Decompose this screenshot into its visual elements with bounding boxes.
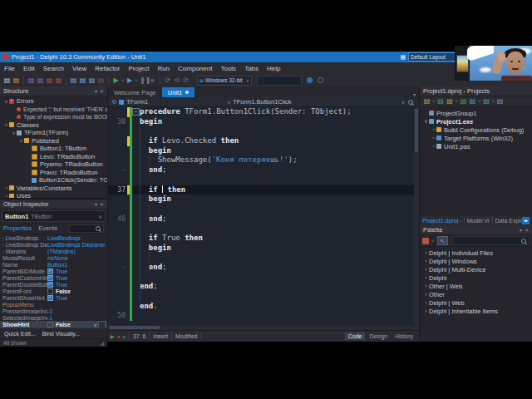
code-line[interactable]: if True then: [108, 234, 419, 244]
code-line[interactable]: if Levo.Checked then: [108, 136, 419, 146]
menu-refactor[interactable]: Refactor: [91, 65, 124, 72]
project-item[interactable]: >Target Platforms (Win32): [420, 134, 532, 142]
palette-category[interactable]: >Delphi | Individual Files: [420, 249, 532, 257]
toolbar-close-all-icon[interactable]: ▤: [55, 77, 62, 84]
property-row[interactable]: PopupMenu: [0, 301, 107, 308]
close-icon[interactable]: ✕: [525, 227, 529, 233]
structure-item[interactable]: ∨Classes: [0, 121, 107, 130]
menu-edit[interactable]: Edit: [19, 65, 39, 72]
checkbox-icon[interactable]: [47, 275, 53, 281]
code-line[interactable]: 50: [108, 311, 419, 321]
menu-component[interactable]: Component: [174, 65, 216, 72]
expand-chevron-icon[interactable]: ∨: [18, 138, 24, 143]
palette-category[interactable]: >Delphi | Windows: [420, 257, 532, 265]
dropdown-chevron-icon[interactable]: ˅: [121, 78, 125, 83]
code-line[interactable]: begin: [108, 195, 419, 204]
toolbar-run-without-debugging-icon[interactable]: ▶: [126, 77, 134, 84]
quick-edit-link[interactable]: Quick Edit...: [4, 331, 36, 337]
code-line[interactable]: [108, 224, 419, 234]
editor-tab-unit1[interactable]: Unit1: [162, 87, 195, 97]
property-row[interactable]: ParentBiDiModeTrue: [0, 268, 107, 274]
toolbar-save-all-icon[interactable]: ▤: [37, 77, 44, 84]
dock-tab-3[interactable]: Data Explorer: [495, 218, 522, 224]
code-line[interactable]: 30begin: [108, 117, 419, 127]
code-line[interactable]: ShowMessage('Коня потеряешь!');: [108, 155, 419, 165]
property-row[interactable]: ParentFontFalse: [0, 288, 107, 294]
dropdown-chevron-icon[interactable]: ˅: [135, 78, 139, 83]
expand-chevron-icon[interactable]: >: [423, 283, 429, 288]
toolbar-run-icon[interactable]: ▶: [112, 77, 120, 84]
toolbar-new-item-icon[interactable]: ▤: [3, 77, 11, 84]
structure-item[interactable]: ∨TForm1(TForm): [0, 129, 107, 137]
projects-activate-icon[interactable]: ▤: [423, 98, 431, 105]
toolbar-remove-from-project-icon[interactable]: ▤: [97, 77, 105, 84]
expand-chevron-icon[interactable]: >: [3, 185, 9, 190]
dock-tab-1[interactable]: Project1.dproj - Pr...: [422, 218, 461, 224]
dropdown-chevron-icon[interactable]: ˅: [456, 99, 459, 104]
property-row[interactable]: NameButton1: [0, 261, 107, 268]
dock-tab-2[interactable]: Model View: [467, 218, 490, 224]
expand-chevron-icon[interactable]: >: [423, 275, 429, 280]
palette-category[interactable]: >Delphi: [420, 273, 532, 282]
property-row[interactable]: PressedImageIndex-1: [0, 308, 107, 314]
menu-view[interactable]: View: [68, 65, 91, 72]
toolbar-run-until-return-icon[interactable]: ⟳: [182, 77, 190, 84]
search-icon[interactable]: [408, 100, 413, 105]
view-tab-code[interactable]: Code: [345, 332, 366, 340]
fold-collapse-icon[interactable]: −: [132, 108, 140, 116]
property-row[interactable]: ShowHintFalse∨: [0, 321, 107, 328]
dropdown-chevron-icon[interactable]: ˅: [478, 99, 481, 104]
pin-icon[interactable]: ▾: [95, 88, 97, 94]
menu-search[interactable]: Search: [39, 65, 68, 72]
horizontal-scrollbar[interactable]: [108, 325, 419, 330]
cursor-tool-button[interactable]: ↖: [437, 236, 448, 245]
code-line[interactable]: end;: [108, 282, 419, 292]
code-line[interactable]: [108, 175, 419, 185]
checkbox-icon[interactable]: [47, 268, 53, 274]
chevron-down-icon[interactable]: ∨: [94, 322, 97, 328]
code-line[interactable]: - end;: [108, 165, 419, 175]
expand-chevron-icon[interactable]: >: [431, 144, 436, 149]
expand-chevron-icon[interactable]: >: [423, 250, 429, 255]
toolbar-pause-icon[interactable]: ❚❚: [140, 77, 147, 84]
value-editor-button[interactable]: [98, 321, 106, 328]
structure-item[interactable]: Expected ';' but received 'THEN' at line…: [0, 106, 107, 114]
checkbox-icon[interactable]: [47, 295, 53, 301]
property-row[interactable]: ParentShowHintTrue: [0, 294, 107, 301]
expand-chevron-icon[interactable]: >: [423, 259, 429, 264]
projects-options-icon[interactable]: ▤: [496, 98, 504, 105]
property-row[interactable]: ›LiveBindingsLiveBindings: [0, 234, 107, 241]
help-insight-icon[interactable]: [318, 77, 323, 83]
menu-help[interactable]: Help: [263, 65, 284, 72]
menu-project[interactable]: Project: [124, 65, 153, 72]
expand-chevron-icon[interactable]: >: [423, 292, 429, 297]
palette-category[interactable]: >Delphi | Web: [420, 298, 532, 307]
expand-chevron-icon[interactable]: ∨: [423, 119, 429, 124]
palette-category[interactable]: >Other: [420, 290, 532, 298]
toolbar-step-over-icon[interactable]: ⟳: [164, 77, 171, 84]
property-row[interactable]: ›LiveBindings DesignerLiveBindings Desig…: [0, 241, 107, 248]
code-line[interactable]: 37 if then: [108, 185, 419, 195]
sync-icon[interactable]: ⟲: [111, 99, 116, 106]
expand-chevron-icon[interactable]: >: [423, 300, 429, 305]
code-line[interactable]: −procedure TForm1.Button1Click(Sender: T…: [108, 107, 419, 117]
projects-new-icon[interactable]: ▤: [437, 98, 445, 105]
menu-tabs[interactable]: Tabs: [240, 65, 263, 72]
toolbar-save-icon[interactable]: ▤: [27, 77, 35, 84]
expand-chevron-icon[interactable]: ∨: [3, 122, 9, 127]
toolbar-add-to-project-icon[interactable]: ▤: [88, 77, 96, 84]
resize-grip[interactable]: ◢: [100, 340, 104, 346]
expand-chevron-icon[interactable]: ›: [2, 242, 4, 247]
expand-chevron-icon[interactable]: >: [431, 135, 436, 140]
menu-file[interactable]: File: [0, 65, 19, 72]
toolbar-trace-into-icon[interactable]: ⟲: [173, 77, 180, 84]
projects-build-icon[interactable]: ▤: [469, 98, 476, 105]
toolbar-stop-icon[interactable]: ■: [149, 77, 156, 84]
breadcrumb-method[interactable]: TForm1.Button1Click: [233, 98, 291, 106]
close-icon[interactable]: ✕: [100, 201, 104, 207]
expand-chevron-icon[interactable]: >: [423, 308, 429, 313]
property-row[interactable]: ›Margins(TMargins): [0, 248, 107, 254]
expand-chevron-icon[interactable]: ›: [2, 249, 4, 254]
structure-item[interactable]: Button1: TButton: [0, 145, 107, 153]
view-tab-history[interactable]: History: [392, 332, 416, 340]
